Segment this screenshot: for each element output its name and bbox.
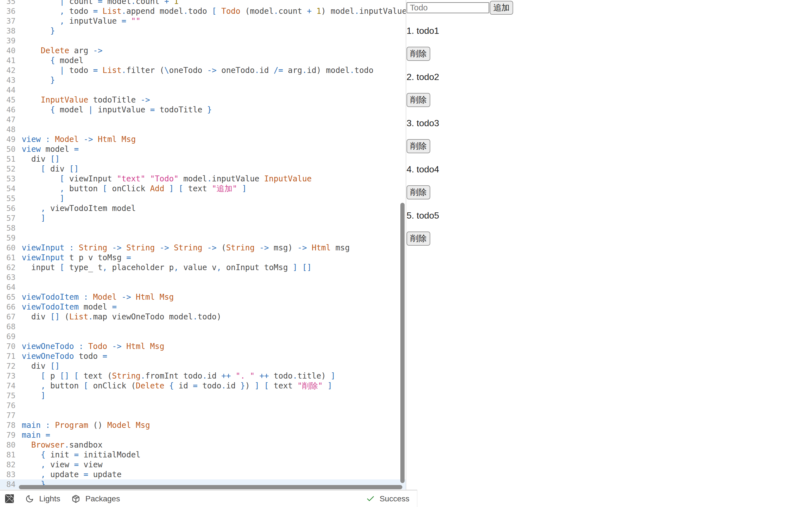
add-button[interactable]: 追加 <box>490 1 513 15</box>
code-line-57[interactable]: 57 ] <box>0 213 406 223</box>
editor-vertical-scrollbar-thumb[interactable] <box>400 203 405 483</box>
line-number: 54 <box>0 184 15 193</box>
code-text <box>15 272 22 282</box>
app-output: 追加 1. todo1削除2. todo2削除3. todo3削除4. todo… <box>406 0 812 507</box>
code-line-38[interactable]: 38 } <box>0 26 406 36</box>
code-line-45[interactable]: 45 InputValue todoTitle -> <box>0 95 406 105</box>
line-number: 46 <box>0 105 15 115</box>
delete-button[interactable]: 削除 <box>407 185 430 200</box>
code-line-75[interactable]: 75 ] <box>0 391 406 400</box>
code-text: view : Model -> Html Msg <box>15 134 136 144</box>
code-line-59[interactable]: 59 <box>0 233 406 243</box>
delete-button[interactable]: 削除 <box>407 139 430 153</box>
code-text <box>15 233 22 243</box>
code-line-51[interactable]: 51 div [] <box>0 154 406 164</box>
line-number: 50 <box>0 144 15 154</box>
status-bar: Lights Packages Success <box>0 490 417 507</box>
todo-item: 1. todo1削除 <box>406 26 812 61</box>
delete-button[interactable]: 削除 <box>407 47 430 61</box>
code-line-44[interactable]: 44 <box>0 85 406 95</box>
code-line-63[interactable]: 63 <box>0 272 406 282</box>
code-line-62[interactable]: 62 input [ type_ t, placeholder p, value… <box>0 263 406 272</box>
code-line-73[interactable]: 73 [ p [] [ text (String.fromInt todo.id… <box>0 371 406 381</box>
code-text: | count = model.count + 1 <box>15 0 179 6</box>
line-number: 79 <box>0 430 15 440</box>
code-line-69[interactable]: 69 <box>0 332 406 341</box>
code-line-35[interactable]: 35 | count = model.count + 1 <box>0 0 406 6</box>
line-number: 38 <box>0 26 15 36</box>
code-text: , button [ onClick (Delete { id = todo.i… <box>15 381 332 391</box>
code-line-80[interactable]: 80 Browser.sandbox <box>0 440 406 450</box>
lights-toggle-button[interactable]: Lights <box>26 494 60 503</box>
code-line-36[interactable]: 36 , todo = List.append model.todo [ Tod… <box>0 6 406 16</box>
code-line-49[interactable]: 49view : Model -> Html Msg <box>0 134 406 144</box>
code-text: Delete arg -> <box>15 46 103 55</box>
packages-label: Packages <box>86 494 120 503</box>
todo-input[interactable] <box>407 2 489 13</box>
code-line-54[interactable]: 54 , button [ onClick Add ] [ text "追加" … <box>0 184 406 193</box>
todo-item: 3. todo3削除 <box>406 118 812 153</box>
code-line-48[interactable]: 48 <box>0 124 406 134</box>
code-line-81[interactable]: 81 { init = initialModel <box>0 450 406 460</box>
code-line-61[interactable]: 61viewInput t p v toMsg = <box>0 252 406 263</box>
code-line-46[interactable]: 46 { model | inputValue = todoTitle } <box>0 105 406 115</box>
line-number: 78 <box>0 420 15 430</box>
code-line-74[interactable]: 74 , button [ onClick (Delete { id = tod… <box>0 381 406 391</box>
delete-button[interactable]: 削除 <box>407 231 430 245</box>
code-editor[interactable]: 35 | count = model.count + 136 , todo = … <box>0 0 406 507</box>
code-line-78[interactable]: 78main : Program () Model Msg <box>0 420 406 430</box>
code-line-64[interactable]: 64 <box>0 282 406 292</box>
packages-button[interactable]: Packages <box>71 494 120 503</box>
code-line-82[interactable]: 82 , view = view <box>0 460 406 469</box>
code-line-43[interactable]: 43 } <box>0 75 406 85</box>
code-text <box>15 332 22 341</box>
line-number: 66 <box>0 302 15 312</box>
code-line-53[interactable]: 53 [ viewInput "text" "Todo" model.input… <box>0 174 406 184</box>
code-line-39[interactable]: 39 <box>0 36 406 46</box>
line-number: 44 <box>0 85 15 95</box>
code-line-52[interactable]: 52 [ div [] <box>0 164 406 174</box>
code-line-50[interactable]: 50view model = <box>0 144 406 154</box>
code-line-70[interactable]: 70viewOneTodo : Todo -> Html Msg <box>0 341 406 351</box>
todo-item: 4. todo4削除 <box>406 165 812 200</box>
code-line-41[interactable]: 41 { model <box>0 55 406 65</box>
code-text: , view = view <box>15 460 103 469</box>
code-text: , inputValue = "" <box>15 16 140 26</box>
code-line-66[interactable]: 66viewTodoItem model = <box>0 302 406 312</box>
code-line-71[interactable]: 71viewOneTodo todo = <box>0 351 406 361</box>
code-line-37[interactable]: 37 , inputValue = "" <box>0 16 406 26</box>
delete-button[interactable]: 削除 <box>407 93 430 107</box>
check-icon <box>366 494 375 503</box>
code-text: div [] <box>15 154 60 164</box>
code-line-79[interactable]: 79main = <box>0 430 406 440</box>
code-line-42[interactable]: 42 | todo = List.filter (\oneTodo -> one… <box>0 65 406 75</box>
code-line-47[interactable]: 47 <box>0 115 406 124</box>
code-line-72[interactable]: 72 div [] <box>0 361 406 371</box>
lights-label: Lights <box>39 494 60 503</box>
code-line-68[interactable]: 68 <box>0 322 406 332</box>
line-number: 70 <box>0 341 15 351</box>
code-line-56[interactable]: 56 , viewTodoItem model <box>0 203 406 213</box>
line-number: 45 <box>0 95 15 105</box>
line-number: 68 <box>0 322 15 332</box>
code-line-76[interactable]: 76 <box>0 400 406 410</box>
editor-horizontal-scrollbar-thumb[interactable] <box>19 485 402 489</box>
line-number: 37 <box>0 16 15 26</box>
todo-item: 5. todo5削除 <box>406 211 812 245</box>
code-line-55[interactable]: 55 ] <box>0 193 406 203</box>
code-line-83[interactable]: 83 , update = update <box>0 469 406 480</box>
line-number: 82 <box>0 460 15 469</box>
code-line-65[interactable]: 65viewTodoItem : Model -> Html Msg <box>0 292 406 302</box>
code-text: viewInput t p v toMsg = <box>15 252 131 263</box>
code-text: main = <box>15 430 50 440</box>
code-text: [ p [] [ text (String.fromInt todo.id ++… <box>15 371 336 381</box>
code-line-67[interactable]: 67 div [] (List.map viewOneTodo model.to… <box>0 312 406 322</box>
code-line-58[interactable]: 58 <box>0 223 406 233</box>
code-line-77[interactable]: 77 <box>0 410 406 420</box>
code-line-40[interactable]: 40 Delete arg -> <box>0 46 406 55</box>
line-number: 74 <box>0 381 15 391</box>
todo-text: 2. todo2 <box>407 72 812 82</box>
line-number: 80 <box>0 440 15 450</box>
code-line-60[interactable]: 60viewInput : String -> String -> String… <box>0 243 406 252</box>
line-number: 55 <box>0 193 15 203</box>
